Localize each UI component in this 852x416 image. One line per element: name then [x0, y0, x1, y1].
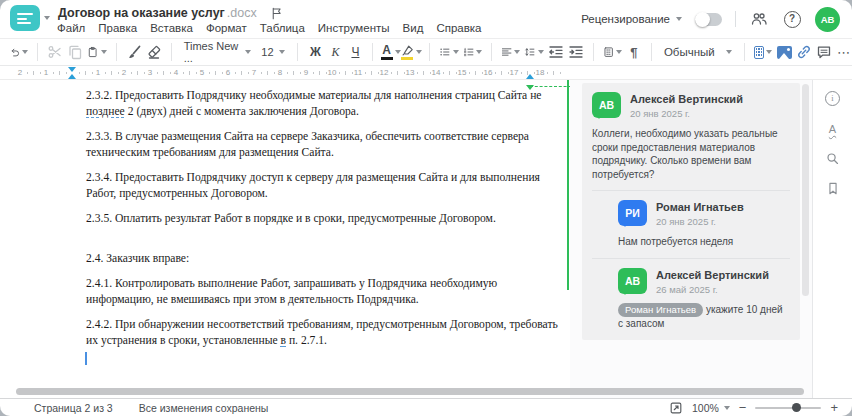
logo-menu-caret-icon[interactable]	[44, 16, 50, 20]
zoom-slider[interactable]	[755, 407, 821, 409]
comment-avatar: АВ	[592, 92, 621, 118]
fit-page-icon[interactable]	[669, 401, 683, 415]
zoom-level-select[interactable]: 100%	[692, 402, 730, 414]
review-mode-control[interactable]: Рецензирование	[581, 13, 682, 25]
review-mode-caret-icon	[676, 17, 682, 21]
ruler-number: 16	[481, 68, 495, 77]
insert-comment-button[interactable]	[816, 41, 832, 63]
menu-item-3[interactable]: Формат	[206, 22, 247, 37]
indent-marker[interactable]	[526, 74, 534, 79]
paragraph-style-select[interactable]: Обычный	[661, 46, 735, 58]
right-sidebar: i А	[812, 80, 852, 398]
menu-item-7[interactable]: Справка	[436, 22, 481, 37]
show-paragraph-marks-button[interactable]: ¶	[626, 41, 642, 63]
horizontal-ruler[interactable]: 21123456789101112131415161718	[0, 66, 852, 80]
zoom-controls: 100% − +	[669, 401, 838, 415]
document-text[interactable]: 2.3.2. Предоставить Подрядчику необходим…	[86, 88, 566, 358]
font-color-button[interactable]: А	[382, 41, 398, 63]
comment-date: 26 май 2025 г.	[656, 284, 769, 295]
highlight-color-button[interactable]	[403, 41, 421, 63]
menu-item-4[interactable]: Таблица	[260, 22, 305, 37]
style-caret-icon	[726, 50, 732, 54]
indent-marker[interactable]	[68, 74, 76, 79]
comment-reply[interactable]: АВАлексей Вертинский26 май 2025 г.Роман …	[618, 268, 790, 331]
save-status: Все изменения сохранены	[139, 402, 269, 414]
paste-caret-icon[interactable]	[101, 50, 107, 54]
help-icon[interactable]: ?	[782, 9, 802, 29]
highlight-caret-icon[interactable]	[416, 50, 422, 54]
collaboration-users-icon[interactable]	[749, 9, 769, 29]
app-logo-icon[interactable]	[10, 5, 40, 31]
bold-button[interactable]: Ж	[307, 41, 323, 63]
indent-marker[interactable]	[68, 67, 76, 72]
bullet-list-caret-icon[interactable]	[453, 50, 459, 54]
insert-table-button[interactable]	[754, 41, 773, 63]
search-icon[interactable]	[822, 149, 844, 168]
insert-table-caret-icon[interactable]	[766, 50, 772, 54]
bullet-list-button[interactable]	[439, 41, 458, 63]
spellcheck-word: позднее	[86, 105, 125, 118]
comment-avatar: РИ	[618, 200, 647, 226]
horizontal-scrollbar[interactable]	[16, 388, 804, 395]
page-indicator[interactable]: Страница 2 из 3	[34, 402, 113, 414]
comment-thread[interactable]: АВАлексей Вертинский20 янв 2025 г.Коллег…	[582, 83, 800, 340]
toolbar: Times New ... 12 Ж К Ч А	[0, 38, 852, 66]
paragraph-4: 2.4. Заказчик вправе:	[86, 251, 566, 267]
menu-item-5[interactable]: Инструменты	[318, 22, 390, 37]
page-layout-caret-icon[interactable]	[616, 50, 622, 54]
undo-button[interactable]	[9, 41, 28, 63]
ruler-number: 12	[377, 68, 391, 77]
comment-author: Роман Игнатьев	[656, 200, 744, 213]
app-window: Договор на оказание услуг.docx ФайлПравк…	[0, 0, 852, 416]
cut-button[interactable]	[47, 41, 63, 63]
review-toggle[interactable]	[695, 13, 722, 26]
font-name-select[interactable]: Times New ...	[181, 40, 255, 64]
insert-link-button[interactable]	[796, 41, 812, 63]
copy-button[interactable]	[67, 41, 83, 63]
document-page[interactable]: 2.3.2. Предоставить Подрядчику необходим…	[14, 80, 568, 398]
menu-item-2[interactable]: Вставка	[150, 22, 193, 37]
zoom-out-button[interactable]: −	[739, 401, 747, 414]
clear-style-button[interactable]	[146, 41, 162, 63]
zoom-caret-icon	[724, 406, 730, 410]
line-spacing-button[interactable]	[524, 41, 543, 63]
ruler-number: 6	[221, 68, 235, 77]
numbered-list-button[interactable]	[463, 41, 482, 63]
comment-text: Нам потребуется неделя	[618, 235, 790, 249]
text-cursor	[85, 352, 87, 365]
header: Договор на оказание услуг.docx ФайлПравк…	[0, 0, 852, 38]
document-title: Договор на оказание услуг	[58, 6, 225, 20]
page-layout-button[interactable]	[603, 41, 622, 63]
toolbar-more-button[interactable]: ⋯	[836, 41, 852, 63]
undo-caret-icon[interactable]	[22, 50, 28, 54]
ruler-number: 4	[169, 68, 183, 77]
comment-root[interactable]: АВАлексей Вертинский20 янв 2025 г.Коллег…	[592, 92, 790, 181]
decrease-indent-button[interactable]	[548, 41, 564, 63]
numbered-list-caret-icon[interactable]	[476, 50, 482, 54]
comment-text: Роман Игнатьев укажите 10 дней с запасом	[618, 303, 790, 331]
menu-item-1[interactable]: Правка	[98, 22, 137, 37]
about-info-icon[interactable]: i	[822, 89, 844, 108]
menu-item-0[interactable]: Файл	[57, 22, 85, 37]
align-button[interactable]	[501, 41, 520, 63]
underline-button[interactable]: Ч	[347, 41, 363, 63]
paragraph-3: 2.3.5. Оплатить результат Работ в порядк…	[86, 211, 566, 227]
comment-reply[interactable]: РИРоман Игнатьев20 янв 2025 г.Нам потреб…	[618, 200, 790, 249]
insert-image-button[interactable]	[776, 41, 792, 63]
paste-button[interactable]	[87, 41, 106, 63]
bookmark-icon[interactable]	[822, 179, 844, 198]
format-painter-button[interactable]	[126, 41, 142, 63]
favorite-flag-icon[interactable]	[270, 6, 283, 21]
increase-indent-button[interactable]	[568, 41, 584, 63]
italic-button[interactable]: К	[327, 41, 343, 63]
menu-item-6[interactable]: Вид	[403, 22, 424, 37]
line-spacing-caret-icon[interactable]	[538, 50, 544, 54]
user-avatar[interactable]: АВ	[815, 7, 840, 32]
align-caret-icon[interactable]	[514, 50, 520, 54]
zoom-in-button[interactable]: +	[830, 401, 838, 414]
mention-chip[interactable]: Роман Игнатьев	[618, 303, 703, 317]
spellcheck-icon[interactable]: А	[822, 119, 844, 138]
comments-scrollbar[interactable]	[802, 84, 809, 296]
font-size-select[interactable]: 12	[258, 46, 288, 58]
ruler-number: 7	[247, 68, 261, 77]
